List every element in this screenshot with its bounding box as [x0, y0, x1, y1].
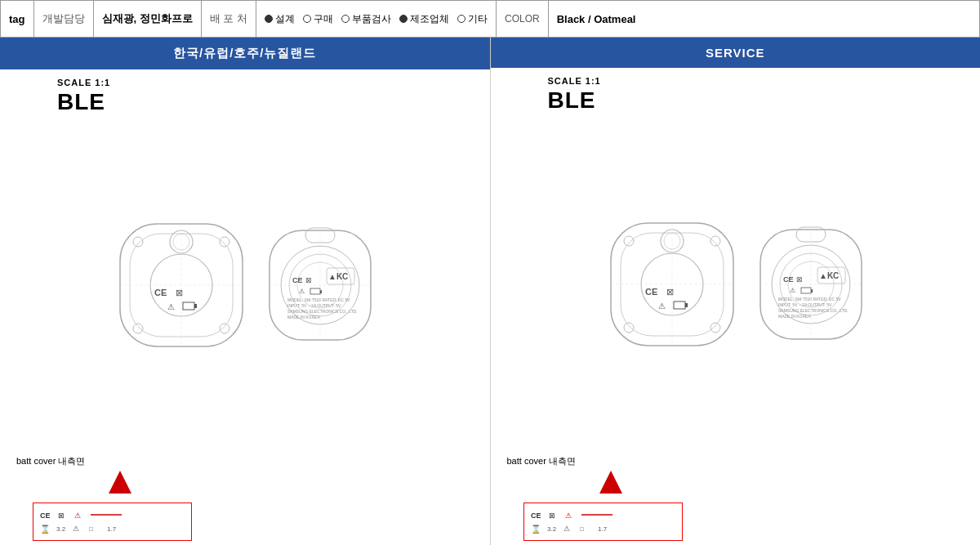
- svg-rect-70: [801, 288, 811, 293]
- radio-gita: 기타: [457, 12, 488, 26]
- right-batt-row-2: ⌛ 3.2 ⚠ □ 1.7: [531, 522, 675, 534]
- baepo-label: 배 포 처: [210, 11, 247, 26]
- header-row: tag 개발담당 심재광, 정민화프로 배 포 처 설계 구매 부품검사 제조업…: [0, 0, 980, 38]
- right-ble-label: BLE: [548, 87, 596, 114]
- svg-text:CE: CE: [531, 511, 541, 520]
- left-panel: 한국/유럽/호주/뉴질랜드 SCALE 1:1 BLE: [0, 38, 491, 545]
- svg-rect-27: [320, 290, 322, 293]
- svg-point-7: [133, 324, 143, 333]
- right-annotation: batt cover 내측면 CE ⊠ ⚠ ⌛: [499, 455, 973, 541]
- dev-label-cell: 개발담당: [34, 1, 94, 37]
- dev-name: 심재광, 정민화프로: [102, 11, 193, 26]
- dot-gumae: [303, 15, 311, 23]
- svg-text:INPUT: 5V ⎓ 2A OUTPUT: 5V: INPUT: 5V ⎓ 2A OUTPUT: 5V: [778, 302, 832, 307]
- right-panel-title: SERVICE: [706, 46, 765, 60]
- svg-text:MODEL: SM-T510 RATED: DC 5V: MODEL: SM-T510 RATED: DC 5V: [287, 297, 350, 302]
- svg-text:1.7: 1.7: [598, 525, 608, 533]
- right-device-front: CE ⊠ ⚠: [603, 215, 742, 354]
- svg-text:⊠: ⊠: [796, 275, 803, 284]
- svg-text:CE: CE: [645, 287, 657, 297]
- svg-rect-12: [183, 302, 194, 310]
- svg-point-51: [624, 323, 634, 333]
- dot-jejoeopche: [399, 15, 408, 23]
- right-panel-header: SERVICE: [491, 38, 981, 68]
- left-diagrams: CE ⊠ ⚠: [112, 119, 377, 451]
- svg-rect-71: [811, 289, 813, 293]
- svg-text:3.2: 3.2: [56, 525, 66, 533]
- left-batt-row-2: ⌛ 3.2 ⚠ □ 1.7: [40, 522, 185, 534]
- svg-text:CE: CE: [154, 288, 167, 297]
- left-panel-header: 한국/유럽/호주/뉴질랜드: [0, 38, 490, 69]
- dot-seolge: [265, 15, 273, 23]
- left-device-front: CE ⊠ ⚠: [112, 216, 251, 355]
- svg-text:⚠: ⚠: [790, 287, 795, 294]
- left-batt-label: batt cover 내측면: [16, 455, 478, 467]
- tag-cell: tag: [0, 1, 34, 37]
- main-content: 한국/유럽/호주/뉴질랜드 SCALE 1:1 BLE: [0, 38, 980, 545]
- dev-name-cell: 심재광, 정민화프로: [94, 1, 202, 37]
- left-scale-label: SCALE 1:1: [57, 78, 110, 87]
- svg-marker-34: [109, 471, 131, 494]
- right-panel: SERVICE SCALE 1:1 BLE CE ⊠: [491, 38, 981, 545]
- svg-text:□: □: [89, 525, 93, 533]
- svg-text:INPUT: 5V ⎓ 2A OUTPUT: 5V: INPUT: 5V ⎓ 2A OUTPUT: 5V: [287, 303, 341, 308]
- svg-text:⊠: ⊠: [666, 287, 674, 297]
- baepo-cell: 배 포 처: [202, 1, 256, 37]
- color-label: COLOR: [505, 13, 540, 25]
- left-ble-label: BLE: [57, 89, 105, 115]
- svg-text:CE: CE: [40, 511, 51, 520]
- svg-text:⚠: ⚠: [658, 302, 666, 310]
- svg-point-52: [710, 323, 720, 333]
- svg-text:▲KC: ▲KC: [328, 272, 348, 281]
- right-batt-row-1: CE ⊠ ⚠: [531, 510, 675, 520]
- svg-text:⚠: ⚠: [565, 511, 572, 520]
- svg-text:⊠: ⊠: [58, 511, 65, 520]
- radio-jejoeopche: 제조업체: [399, 12, 449, 26]
- svg-point-49: [624, 236, 634, 246]
- svg-text:⚠: ⚠: [167, 302, 175, 311]
- color-value: Black / Oatmeal: [557, 13, 636, 25]
- svg-rect-57: [685, 303, 688, 307]
- svg-text:⊠: ⊠: [176, 288, 183, 297]
- svg-point-8: [220, 324, 229, 333]
- svg-text:MODEL: SM-T510 RATED: DC 5V: MODEL: SM-T510 RATED: DC 5V: [778, 297, 841, 302]
- svg-point-6: [220, 237, 229, 247]
- svg-text:⚠: ⚠: [299, 288, 305, 295]
- right-device-back: ▲KC CE ⊠ ⚠ MODEL: SM-T510 RATED: DC 5V I…: [754, 223, 868, 346]
- radio-bupum: 부품검사: [341, 12, 391, 26]
- radio-gumae: 구매: [303, 12, 333, 26]
- svg-text:CE: CE: [292, 276, 303, 284]
- left-red-arrow: [109, 471, 131, 497]
- left-panel-content: SCALE 1:1 BLE: [0, 69, 490, 545]
- color-label-cell: COLOR: [497, 1, 549, 37]
- radio-seolge: 설계: [265, 12, 295, 26]
- color-value-cell: Black / Oatmeal: [549, 1, 980, 37]
- svg-text:⌛: ⌛: [531, 524, 541, 534]
- svg-marker-78: [599, 471, 622, 494]
- left-batt-row-1: CE ⊠ ⚠: [40, 510, 185, 520]
- svg-text:⚠: ⚠: [564, 525, 570, 533]
- right-batt-box: CE ⊠ ⚠ ⌛ 3.2 ⚠ □ 1.7: [523, 503, 683, 541]
- svg-text:1.7: 1.7: [107, 525, 117, 533]
- left-batt-box: CE ⊠ ⚠ ⌛ 3.2 ⚠ □ 1.7: [33, 503, 192, 541]
- right-scale-label: SCALE 1:1: [548, 76, 601, 86]
- right-red-arrow: [599, 471, 622, 497]
- svg-text:SAMSUNG ELECTRONICS CO., LTD.: SAMSUNG ELECTRONICS CO., LTD.: [287, 309, 358, 314]
- left-panel-title: 한국/유럽/호주/뉴질랜드: [173, 46, 317, 60]
- left-device-back: ▲KC CE ⊠ ⚠ MODEL: SM-T510 RATED: DC 5V I…: [263, 224, 377, 346]
- right-batt-label: batt cover 내측면: [507, 455, 969, 467]
- svg-point-50: [710, 236, 720, 246]
- radio-group: 설계 구매 부품검사 제조업체 기타: [256, 1, 497, 37]
- svg-text:MADE IN KOREA: MADE IN KOREA: [778, 314, 811, 319]
- svg-text:⚠: ⚠: [74, 511, 81, 520]
- svg-rect-56: [674, 302, 685, 309]
- left-annotation: batt cover 내측면 CE ⊠ ⚠ ⌛: [8, 455, 482, 541]
- svg-text:□: □: [580, 525, 584, 533]
- svg-text:3.2: 3.2: [547, 525, 557, 533]
- dev-label: 개발담당: [42, 11, 85, 26]
- right-diagrams: CE ⊠ ⚠ ▲KC CE: [603, 118, 868, 451]
- svg-rect-13: [194, 304, 197, 308]
- svg-text:▲KC: ▲KC: [819, 271, 839, 280]
- svg-text:⚠: ⚠: [73, 525, 79, 533]
- dot-bupum: [341, 15, 350, 23]
